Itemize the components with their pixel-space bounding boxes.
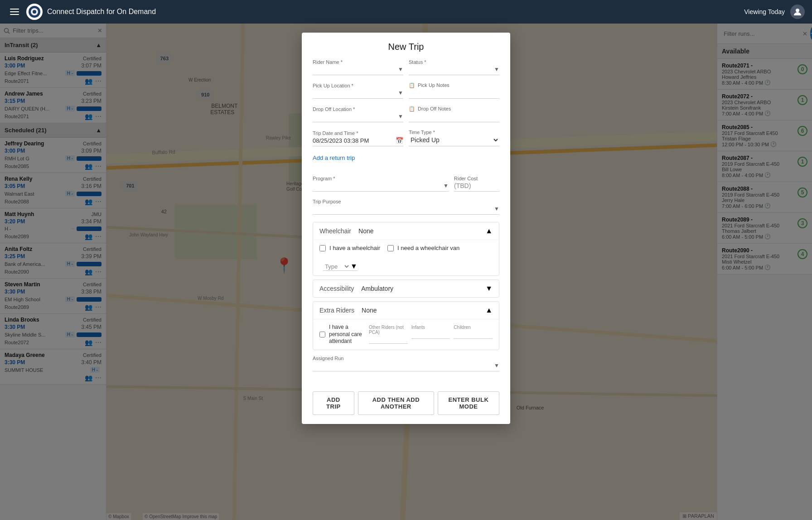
other-riders-input[interactable] [369,336,408,344]
enter-bulk-mode-button[interactable]: ENTER BULK MODE [438,391,499,415]
trip-datetime-field: Trip Date and Time * 📅 [313,130,403,146]
pickup-notes-field: 📋 Pick Up Notes [409,82,499,99]
need-wheelchair-van-row: I need a wheelchair van [387,245,459,251]
add-then-add-another-button[interactable]: ADD THEN ADD ANOTHER [358,391,434,415]
status-field: Status * ▼ [409,59,499,75]
rider-count-fields: Other Riders (not PCA) Infants Children [369,325,493,344]
dropoff-notes-label: 📋 Drop Off Notes [409,106,499,112]
other-riders-label: Other Riders (not PCA) [369,325,408,335]
rider-status-row: Rider Name * ▼ Status * ▼ [313,59,499,75]
rider-name-dropdown-arrow[interactable]: ▼ [398,66,403,72]
accessibility-collapse-icon[interactable]: ▼ [485,284,493,293]
app-logo [26,4,43,20]
svg-rect-0 [10,9,19,10]
assigned-run-label: Assigned Run [313,356,499,361]
account-avatar[interactable] [790,5,805,19]
trip-datetime-label: Trip Date and Time * [313,130,403,136]
children-label: Children [454,325,493,330]
extra-riders-section-title: Extra Riders [319,307,354,314]
have-wheelchair-label: I have a wheelchair [329,245,380,251]
other-riders-field: Other Riders (not PCA) [369,325,408,344]
modal-overlay: New Trip Rider Name * ▼ Status * [0,24,812,520]
infants-input[interactable] [411,331,450,339]
need-wheelchair-van-label: I need a wheelchair van [397,245,459,251]
dropoff-notes-field: 📋 Drop Off Notes [409,106,499,122]
trip-purpose-label: Trip Purpose [313,199,499,204]
add-return-trip-link[interactable]: Add a return trip [313,154,355,161]
program-label: Program * [313,176,449,181]
modal-body: Rider Name * ▼ Status * ▼ [302,59,510,386]
assigned-run-field: Assigned Run ▼ [313,356,499,371]
infants-label: Infants [411,325,450,330]
wheelchair-section-title: Wheelchair [319,227,351,235]
assigned-run-input[interactable] [313,362,494,369]
trip-purpose-input[interactable] [313,205,494,212]
pickup-notes-input[interactable] [409,89,499,96]
pca-checkbox[interactable] [319,332,325,337]
accessibility-accordion-header[interactable]: Accessibility Ambulatory ▼ [313,280,499,297]
need-wheelchair-van-checkbox[interactable] [387,245,394,251]
wheelchair-section-value: None [358,227,373,235]
children-input[interactable] [454,331,493,339]
wheelchair-collapse-icon[interactable]: ▲ [485,227,493,235]
type-dropdown-arrow[interactable]: ▼ [350,262,358,270]
status-input[interactable] [409,66,494,73]
svg-point-5 [33,10,36,14]
pickup-location-dropdown-arrow[interactable]: ▼ [398,90,403,96]
program-dropdown-arrow[interactable]: ▼ [443,183,449,189]
extra-riders-accordion-header[interactable]: Extra Riders None ▲ [313,302,499,319]
rider-name-field: Rider Name * ▼ [313,59,403,75]
dropoff-notes-icon: 📋 [409,106,415,111]
infants-field: Infants [411,325,450,344]
dropoff-notes-input[interactable] [409,113,499,120]
add-trip-button[interactable]: ADD TRIP [313,391,354,415]
hamburger-menu[interactable] [7,5,22,19]
pca-label: I have a personal care attendant [329,324,365,345]
modal-footer: ADD TRIP ADD THEN ADD ANOTHER ENTER BULK… [302,386,510,424]
wheelchair-accordion: Wheelchair None ▲ I have a wheelchair [313,222,499,276]
dropoff-location-input[interactable] [313,113,398,120]
assigned-run-dropdown-arrow[interactable]: ▼ [494,362,499,369]
extra-riders-section-value: None [362,307,377,314]
modal-title: New Trip [302,33,510,59]
accessibility-section-title: Accessibility [319,285,354,292]
assigned-run-row: Assigned Run ▼ [313,356,499,371]
extra-riders-collapse-icon[interactable]: ▲ [485,306,493,314]
pickup-location-input[interactable] [313,89,398,96]
trip-purpose-field: Trip Purpose ▼ [313,199,499,215]
status-dropdown-arrow[interactable]: ▼ [494,66,499,72]
program-rider-row: Program * ▼ Rider Cost (TBD) [313,176,499,192]
dropoff-row: Drop Off Location * ▼ 📋 Drop Off Notes [313,106,499,122]
dropoff-location-field: Drop Off Location * ▼ [313,106,403,122]
main-layout: ✕ InTransit (2) ▲ Luis Rodriguez Certifi… [0,24,812,520]
program-input[interactable] [313,182,443,189]
wheelchair-accordion-body: I have a wheelchair I need a wheelchair … [313,240,499,275]
time-type-field: Time Type * Picked Up Drop Off [409,130,499,146]
rider-name-input[interactable] [313,66,398,73]
pickup-notes-label: 📋 Pick Up Notes [409,82,499,88]
pickup-row: Pick Up Location * ▼ 📋 Pick Up Notes [313,82,499,99]
svg-rect-1 [10,11,19,12]
pca-row: I have a personal care attendant Other R… [319,324,493,345]
wheelchair-accordion-header[interactable]: Wheelchair None ▲ [313,222,499,240]
wheelchair-type-select[interactable]: Type [323,263,350,270]
extra-riders-accordion: Extra Riders None ▲ I have a personal ca… [313,301,499,350]
app-title: Connect Dispatch for On Demand [47,8,744,16]
svg-point-6 [796,9,799,12]
trip-purpose-row: Trip Purpose ▼ [313,199,499,215]
trip-purpose-dropdown-arrow[interactable]: ▼ [494,206,499,212]
rider-cost-label: Rider Cost [454,176,499,181]
have-wheelchair-checkbox[interactable] [319,245,326,251]
pickup-location-label: Pick Up Location * [313,83,403,88]
viewing-today-label: Viewing Today [744,8,785,15]
calendar-icon[interactable]: 📅 [396,137,403,144]
wheelchair-type-select-wrap: Type ▼ [323,262,358,271]
have-wheelchair-row: I have a wheelchair [319,245,380,251]
top-nav: Connect Dispatch for On Demand Viewing T… [0,0,812,24]
dropoff-location-dropdown-arrow[interactable]: ▼ [398,113,403,120]
time-type-select[interactable]: Picked Up Drop Off [409,136,499,144]
time-type-label: Time Type * [409,130,499,135]
status-label: Status * [409,59,499,65]
trip-datetime-input[interactable] [313,137,396,144]
new-trip-modal: New Trip Rider Name * ▼ Status * [302,33,510,424]
